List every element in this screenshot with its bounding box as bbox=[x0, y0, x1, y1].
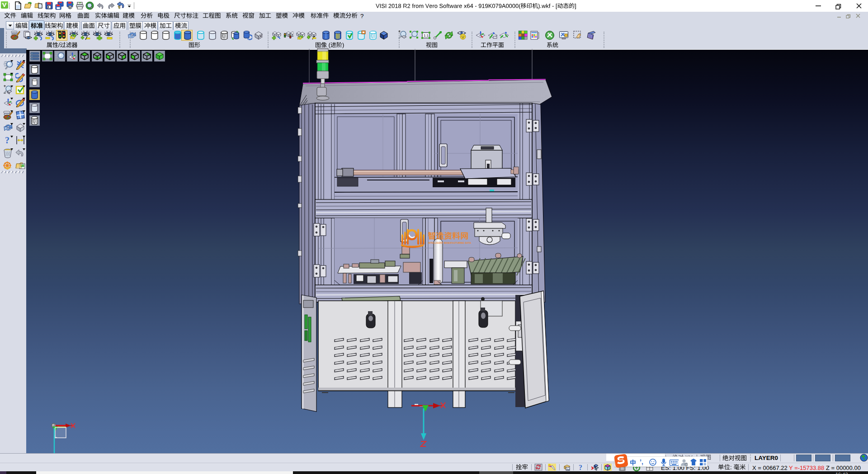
svg-text:1:1: 1:1 bbox=[424, 33, 429, 38]
svg-text:INTELLIGENT MANUFACTURING DATA: INTELLIGENT MANUFACTURING DATA bbox=[428, 242, 471, 244]
svg-text:?: ? bbox=[579, 464, 582, 471]
svg-text:?: ? bbox=[5, 135, 9, 145]
svg-text:4a: 4a bbox=[566, 468, 570, 471]
